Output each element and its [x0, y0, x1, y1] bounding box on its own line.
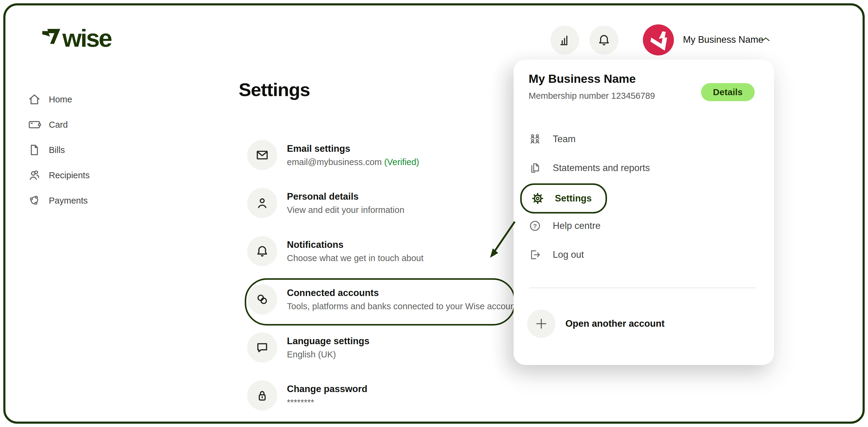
settings-item-change-password[interactable]: Change password ******** — [247, 380, 367, 410]
wise-wordmark: wise — [62, 29, 111, 47]
wise-logo[interactable]: wise — [42, 29, 111, 47]
notifications-button[interactable] — [590, 26, 618, 55]
verified-badge: (Verified) — [384, 157, 419, 167]
card-icon — [28, 118, 41, 131]
membership-number: Membership number 123456789 — [529, 91, 655, 101]
chevron-up-icon[interactable] — [762, 37, 770, 42]
home-icon — [28, 93, 41, 106]
svg-text:?: ? — [533, 223, 537, 229]
logout-icon — [529, 249, 541, 261]
bar-chart-icon — [558, 33, 572, 47]
details-button[interactable]: Details — [701, 83, 755, 101]
speech-bubble-icon — [247, 332, 277, 363]
lock-icon — [247, 380, 277, 410]
bell-icon — [247, 236, 277, 266]
menu-item-team[interactable]: Team — [529, 125, 576, 154]
person-icon — [247, 188, 277, 218]
bills-document-icon — [28, 143, 41, 157]
business-avatar[interactable] — [643, 24, 674, 56]
account-menu-panel: My Business Name Membership number 12345… — [514, 60, 774, 365]
bell-icon — [597, 33, 611, 47]
account-menu-title: My Business Name — [529, 72, 636, 86]
payments-cycle-icon — [28, 194, 41, 207]
recipients-people-icon — [28, 169, 41, 182]
mail-icon — [247, 140, 277, 170]
menu-item-statements[interactable]: Statements and reports — [529, 154, 650, 183]
insights-button[interactable] — [550, 26, 579, 55]
account-switcher-label[interactable]: My Business Name — [683, 34, 764, 45]
sidebar-item-card[interactable]: Card — [28, 118, 68, 132]
menu-item-settings[interactable]: Settings — [520, 184, 607, 214]
link-icon — [247, 284, 277, 315]
page-title: Settings — [239, 79, 310, 100]
settings-item-email[interactable]: Email settings email@mybusiness.com(Veri… — [247, 140, 419, 170]
menu-item-help-centre[interactable]: ? Help centre — [529, 211, 601, 240]
team-icon — [529, 133, 541, 145]
sidebar-item-home[interactable]: Home — [28, 92, 72, 107]
menu-divider — [529, 288, 756, 288]
sidebar-item-payments[interactable]: Payments — [28, 193, 88, 208]
settings-item-personal-details[interactable]: Personal details View and edit your info… — [247, 188, 404, 218]
settings-item-connected-accounts[interactable]: Connected accounts Tools, platforms and … — [247, 284, 518, 315]
settings-item-language[interactable]: Language settings English (UK) — [247, 332, 370, 363]
sidebar-item-bills[interactable]: Bills — [28, 143, 65, 157]
wise-flag-icon — [649, 31, 668, 50]
plus-icon — [527, 309, 555, 338]
menu-item-log-out[interactable]: Log out — [529, 240, 584, 269]
help-icon: ? — [529, 220, 541, 232]
open-another-account[interactable]: Open another account — [527, 309, 664, 338]
sidebar-item-recipients[interactable]: Recipients — [28, 168, 90, 183]
settings-item-notifications[interactable]: Notifications Choose what we get in touc… — [247, 236, 424, 266]
wise-flag-icon — [42, 29, 60, 44]
gear-icon — [531, 192, 544, 205]
statements-icon — [529, 162, 541, 174]
